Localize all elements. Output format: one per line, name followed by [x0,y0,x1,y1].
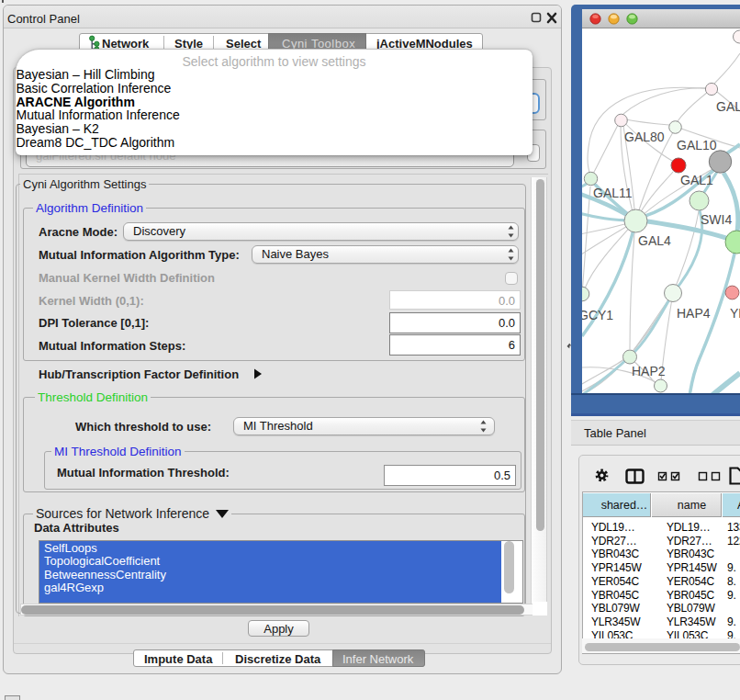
svg-text:HAP2: HAP2 [632,364,666,378]
svg-text:HAP4: HAP4 [677,306,711,321]
svg-text:YB: YB [730,306,740,321]
svg-text:GAL4: GAL4 [638,233,671,248]
svg-text:GAL10: GAL10 [677,138,717,152]
svg-text:GAL11: GAL11 [593,186,633,200]
svg-text:GAL2: GAL2 [716,99,740,114]
svg-text:GCY1: GCY1 [582,308,613,322]
svg-text:GAL1: GAL1 [680,173,713,187]
svg-text:GAL80: GAL80 [624,130,665,144]
svg-text:SWI4: SWI4 [701,212,732,227]
